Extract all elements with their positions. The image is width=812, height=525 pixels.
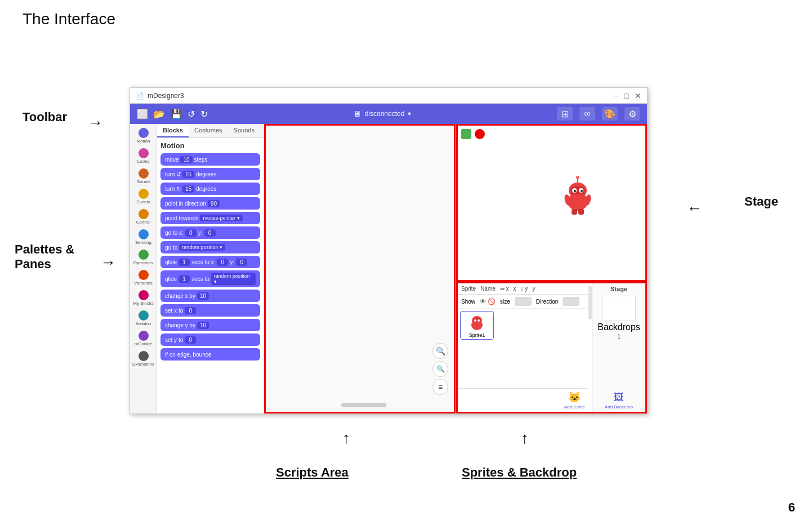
sprite-mini-svg <box>466 313 488 332</box>
tab-blocks[interactable]: Blocks <box>157 124 189 137</box>
paint-icon[interactable]: 🎨 <box>602 107 618 121</box>
sprite-svg <box>555 171 600 216</box>
palette-sound[interactable]: Sound <box>131 167 156 186</box>
palette-events[interactable]: Events <box>131 187 156 206</box>
palette-arduino-label: Arduino <box>136 321 151 326</box>
backdrop-item[interactable]: Backdrops 1 <box>595 296 643 340</box>
toolbar-center[interactable]: 🖥 disconnected ▾ <box>354 109 412 118</box>
save-file-icon[interactable]: 💾 <box>171 109 182 119</box>
add-backdrop-label: Add Backdrop <box>605 404 633 410</box>
page-title: The Interface <box>23 10 115 28</box>
palette-variables-label: Variables <box>134 281 153 286</box>
palette-sensing[interactable]: Sensing <box>131 228 156 247</box>
palette-variables[interactable]: Variables <box>131 268 156 287</box>
palette-extensions[interactable]: Extensions <box>131 349 156 368</box>
minimize-button[interactable]: − <box>614 91 618 100</box>
visibility-toggles: 👁 🚫 <box>480 298 496 305</box>
palette-sensing-label: Sensing <box>135 240 151 245</box>
label-palettes: Palettes &Panes <box>15 242 74 272</box>
title-bar-controls: − □ ✕ <box>614 91 641 100</box>
block-glide-xy[interactable]: glide 1 secs to x: 0 y: 0 <box>160 256 260 268</box>
palette-control-label: Control <box>136 220 151 225</box>
green-flag-button[interactable] <box>461 129 471 139</box>
zoom-in-button[interactable]: 🔍 <box>432 343 448 359</box>
toolbar-right: ⊞ ∞ 🎨 ⚙ <box>557 107 640 121</box>
block-glide-random[interactable]: glide 1 secs to random position ▾ <box>160 270 260 287</box>
block-set-y[interactable]: set y to 0 <box>160 333 260 346</box>
arrow-toolbar <box>87 114 103 132</box>
block-turn-cw[interactable]: turn ↻ 15 degrees <box>160 183 260 195</box>
palettes-sidebar: Motion Looks Sound Events Control Sensin… <box>130 124 157 413</box>
palette-myblocks-label: My Blocks <box>133 301 153 306</box>
block-change-x[interactable]: change x by 10 <box>160 290 260 302</box>
sprite1-name: Sprite1 <box>469 332 485 338</box>
show-label: Show <box>461 299 475 305</box>
backdrop-thumbnail <box>602 296 636 321</box>
size-label: size <box>500 299 510 305</box>
close-button[interactable]: ✕ <box>635 91 641 100</box>
stage-mini-bottom: 🖼 Add Backdrop <box>595 391 643 410</box>
new-file-icon[interactable]: ⬜ <box>137 109 148 119</box>
palette-operators[interactable]: Operators <box>131 248 156 267</box>
sprites-grid: Sprite1 <box>458 309 588 388</box>
block-change-y[interactable]: change y by 10 <box>160 319 260 331</box>
stop-button[interactable] <box>475 129 485 139</box>
tab-costumes[interactable]: Costumes <box>189 124 228 137</box>
sprites-header: Sprite Name ⇔ x x ↕ y y <box>458 283 588 295</box>
svg-point-12 <box>576 176 579 179</box>
block-goto-random[interactable]: go to random position ▾ <box>160 241 260 253</box>
scripts-scrollbar[interactable] <box>341 403 386 407</box>
palette-myblocks[interactable]: My Blocks <box>131 288 156 308</box>
eye-closed-icon[interactable]: 🚫 <box>488 298 496 305</box>
direction-input[interactable] <box>563 297 579 306</box>
block-set-x[interactable]: set x to 0 <box>160 304 260 317</box>
zoom-reset-button[interactable]: ≡ <box>432 379 448 395</box>
block-bounce[interactable]: if on edge, bounce <box>160 348 260 361</box>
palette-operators-label: Operators <box>133 260 154 265</box>
add-sprite-button[interactable]: 🐱 Add Sprite <box>564 391 585 410</box>
palette-looks-label: Looks <box>137 159 149 164</box>
sprites-bottom: 🐱 Add Sprite <box>458 388 588 412</box>
palette-extensions-label: Extensions <box>132 362 154 367</box>
palette-control[interactable]: Control <box>131 207 156 226</box>
block-move[interactable]: move 10 steps <box>160 153 260 166</box>
blocks-content: Motion move 10 steps turn ↺ 15 degrees t… <box>157 138 264 413</box>
block-turn-ccw[interactable]: turn ↺ 15 degrees <box>160 168 260 180</box>
document-icon: 📄 <box>136 92 144 100</box>
tab-sounds[interactable]: Sounds <box>228 124 260 137</box>
svg-rect-9 <box>572 209 577 215</box>
palette-arduino[interactable]: Arduino <box>131 309 156 328</box>
sprite-item-sprite1[interactable]: Sprite1 <box>460 311 494 340</box>
add-backdrop-button[interactable]: 🖼 Add Backdrop <box>605 391 633 410</box>
svg-point-6 <box>581 190 583 192</box>
eye-open-icon[interactable]: 👁 <box>480 298 486 305</box>
sprite-props: Show 👁 🚫 size Direction <box>458 295 588 309</box>
size-input[interactable] <box>515 297 532 306</box>
main-content: Motion Looks Sound Events Control Sensin… <box>130 124 647 413</box>
infinity-icon[interactable]: ∞ <box>579 107 595 121</box>
palette-looks[interactable]: Looks <box>131 146 156 166</box>
app-name: mDesigner3 <box>148 92 184 100</box>
palette-mcookie[interactable]: mCookie <box>131 329 156 348</box>
add-backdrop-icon: 🖼 <box>614 391 624 403</box>
maximize-button[interactable]: □ <box>624 91 629 100</box>
title-bar-left: 📄 mDesigner3 <box>136 92 184 100</box>
block-point-direction[interactable]: point in direction 90 <box>160 197 260 210</box>
stage-mini-panel: Stage Backdrops 1 🖼 Add Backdrop <box>592 283 645 412</box>
palette-motion[interactable]: Motion <box>131 126 156 145</box>
monitor-icon: 🖥 <box>354 109 362 118</box>
y-size-col-label: ↕ y <box>521 286 528 292</box>
open-file-icon[interactable]: 📂 <box>154 109 165 119</box>
zoom-out-button[interactable]: 🔍 <box>432 361 448 377</box>
undo-icon[interactable]: ↺ <box>188 109 195 119</box>
scripts-area[interactable]: 🔍 🔍 ≡ <box>264 124 456 413</box>
block-goto-xy[interactable]: go to x: 0 y: 0 <box>160 226 260 239</box>
settings-icon[interactable]: ⚙ <box>624 107 640 121</box>
layout-icon[interactable]: ⊞ <box>557 107 573 121</box>
blocks-tabs: Blocks Costumes Sounds <box>157 124 264 138</box>
block-point-towards[interactable]: point towards mouse-pointer ▾ <box>160 212 260 224</box>
redo-icon[interactable]: ↻ <box>200 109 208 119</box>
svg-rect-10 <box>578 209 584 215</box>
svg-point-5 <box>574 190 576 192</box>
toolbar: ⬜ 📂 💾 ↺ ↻ 🖥 disconnected ▾ ⊞ ∞ 🎨 ⚙ <box>130 104 647 124</box>
